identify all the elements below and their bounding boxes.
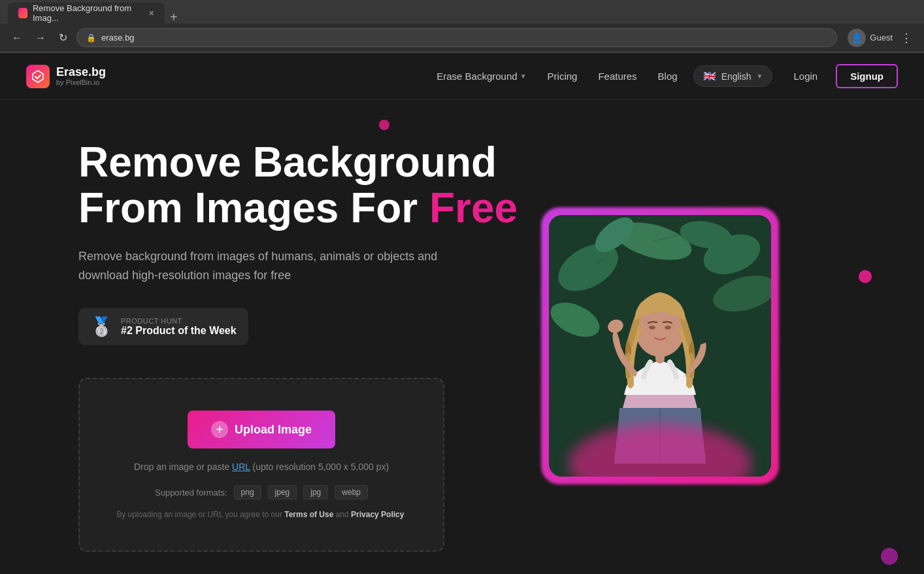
logo-subtitle: by PixelBin.io [56,78,106,86]
ph-medal-icon: 🥈 [90,316,113,337]
forward-button[interactable]: → [31,29,50,46]
decorative-dot-2 [859,270,872,283]
privacy-link[interactable]: Privacy Policy [351,510,404,519]
hero-image-section [523,215,797,477]
format-jpeg: jpeg [268,485,297,499]
terms-link[interactable]: Terms of Use [284,510,333,519]
decorative-dot-4 [881,548,898,565]
ph-rank: #2 Product of the Week [121,325,237,337]
plus-icon: + [211,421,228,438]
nav-features[interactable]: Features [598,71,636,82]
lang-dropdown-arrow-icon: ▼ [757,73,763,80]
hero-content: Remove Background From Images For Free R… [78,139,523,552]
signup-button[interactable]: Signup [836,64,898,88]
formats-label: Supported formats: [155,488,227,498]
hero-title-line2: From Images For [78,184,429,231]
tab-favicon [18,8,27,18]
nav-blog[interactable]: Blog [658,71,678,82]
url-link[interactable]: URL [232,462,250,472]
format-webp: webp [335,485,368,499]
logo[interactable]: Erase.bg by PixelBin.io [26,65,106,88]
url-text: erase.bg [101,33,135,42]
language-selector[interactable]: 🇬🇧 English ▼ [693,65,773,87]
login-button[interactable]: Login [783,65,828,87]
upload-image-button[interactable]: + Upload Image [188,411,335,448]
formats-row: Supported formats: png jpeg jpg webp [106,485,417,499]
hero-photo [549,215,771,477]
upload-box[interactable]: + Upload Image Drop an image or paste UR… [78,378,444,552]
tab-title: Remove Background from Imag... [33,3,144,23]
browser-toolbar: ← → ↻ 🔒 erase.bg 👤 Guest ⋮ [0,24,924,52]
ph-text: PRODUCT HUNT #2 Product of the Week [121,317,237,337]
logo-title: Erase.bg [56,66,106,79]
active-tab[interactable]: Remove Background from Imag... × [8,3,165,24]
logo-text: Erase.bg by PixelBin.io [56,66,106,87]
terms-text: By uploading an image or URL you agree t… [106,510,417,519]
format-png: png [234,485,261,499]
browser-chrome: Remove Background from Imag... × + ← → ↻… [0,0,924,53]
hero-image-frame [549,215,771,477]
nav-pricing[interactable]: Pricing [548,71,578,82]
browser-actions: 👤 Guest ⋮ [848,28,916,48]
back-button[interactable]: ← [8,29,26,46]
navbar: Erase.bg by PixelBin.io Erase Background… [0,53,924,100]
svg-point-14 [665,326,671,329]
format-jpg: jpg [303,485,328,499]
drop-text: Drop an image or paste URL (upto resolut… [106,462,417,472]
reload-button[interactable]: ↻ [55,29,71,46]
address-bar[interactable]: 🔒 erase.bg [76,28,837,47]
nav-links: Erase Background ▼ Pricing Features Blog [437,71,677,82]
dropdown-arrow-icon: ▼ [520,73,527,80]
svg-point-13 [649,326,655,329]
hero-subtitle: Remove background from images of humans,… [78,247,444,285]
lang-label: English [721,71,751,82]
lock-icon: 🔒 [86,33,96,42]
tab-bar: Remove Background from Imag... × + [0,0,924,24]
hero-section: Remove Background From Images For Free R… [0,100,924,574]
tab-close-button[interactable]: × [149,8,154,18]
hero-title-free: Free [429,184,518,231]
product-hunt-badge: 🥈 PRODUCT HUNT #2 Product of the Week [78,308,248,345]
ph-label: PRODUCT HUNT [121,317,237,325]
upload-button-label: Upload Image [235,423,312,437]
user-avatar[interactable]: 👤 [848,29,866,47]
new-tab-button[interactable]: + [165,10,183,24]
decorative-dot-1 [379,120,389,130]
hero-title: Remove Background From Images For Free [78,139,523,231]
flag-icon: 🇬🇧 [703,70,716,82]
nav-erase-bg[interactable]: Erase Background ▼ [437,71,526,82]
website: Erase.bg by PixelBin.io Erase Background… [0,53,924,574]
user-label: Guest [870,33,893,42]
more-options-button[interactable]: ⋮ [897,28,916,48]
logo-icon [26,65,50,88]
hero-title-line1: Remove Background [78,139,497,186]
